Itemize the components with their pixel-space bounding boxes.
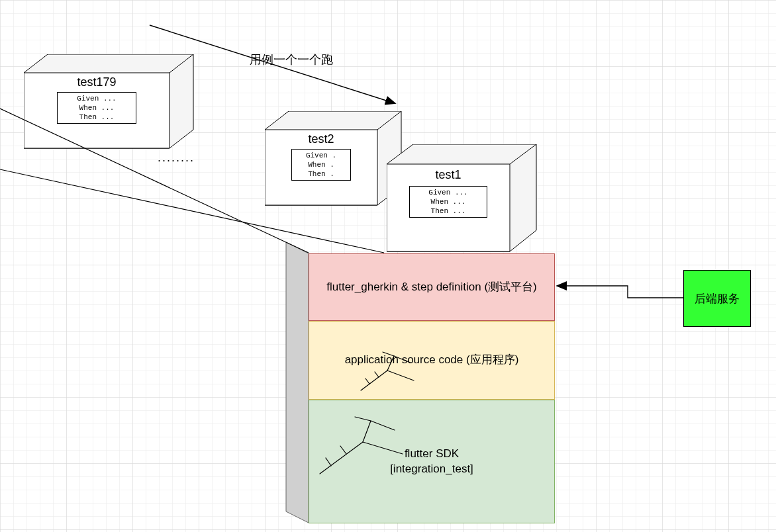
twig-icon <box>358 351 417 397</box>
gherkin-when: When ... <box>414 197 483 206</box>
test-title: test179 <box>24 75 170 89</box>
gherkin-then: Then ... <box>62 112 132 122</box>
gherkin-given: Given ... <box>414 188 483 197</box>
stack-layer-sdk-line1: flutter SDK <box>405 447 459 460</box>
gherkin-box: Given ... When ... Then ... <box>57 92 136 124</box>
twig-icon <box>316 416 409 482</box>
stack-layer-gherkin-label: flutter_gherkin & step definition (测试平台) <box>326 280 536 295</box>
gherkin-when: When ... <box>62 103 132 112</box>
diagram-canvas: { "top_label": "用例一个一个跑", "ellipsis": ".… <box>0 0 776 532</box>
ellipsis: ........ <box>158 151 195 165</box>
backend-service-label: 后端服务 <box>695 291 740 306</box>
gherkin-box: Given ... When ... Then ... <box>409 186 487 218</box>
test-box-1: test1 Given ... When ... Then ... <box>387 144 539 257</box>
gherkin-then: Then ... <box>414 206 483 216</box>
backend-service-box: 后端服务 <box>683 270 751 327</box>
gherkin-when: When . <box>296 160 346 169</box>
gherkin-given: Given ... <box>62 94 132 103</box>
top-label: 用例一个一个跑 <box>232 52 351 67</box>
stack-layer-app: application source code (应用程序) <box>309 321 555 400</box>
test-title: test2 <box>265 132 377 146</box>
gherkin-then: Then . <box>296 169 346 179</box>
test-box-179: test179 Given ... When ... Then ... <box>24 54 196 154</box>
test-box-2: test2 Given . When . Then . <box>265 111 404 210</box>
test-title: test1 <box>387 168 510 182</box>
stack-layer-gherkin: flutter_gherkin & step definition (测试平台) <box>309 253 555 321</box>
gherkin-given: Given . <box>296 151 346 160</box>
gherkin-box: Given . When . Then . <box>291 149 351 181</box>
